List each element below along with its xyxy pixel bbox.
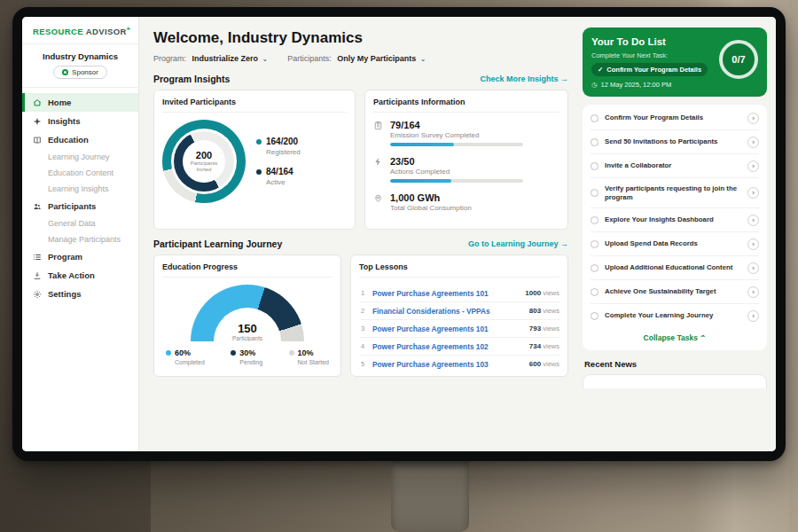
legend-item: 60% Completed [166,348,205,365]
task-row[interactable]: Upload Spend Data Records › [591,232,759,256]
chevron-right-icon[interactable]: › [747,113,759,124]
gauge-center: 150 Participants [191,322,304,341]
card-title: Education Progress [162,262,332,278]
task-checkbox[interactable] [591,264,598,272]
sponsor-badge[interactable]: Sponsor [53,66,107,79]
chevron-right-icon[interactable]: › [747,215,759,226]
task-checkbox[interactable] [591,240,598,248]
main-content: Welcome, Industry Dynamics Program: Indu… [139,17,579,451]
task-checkbox[interactable] [591,138,598,146]
collapse-tasks-link[interactable]: Collapse Tasks ⌃ [591,327,759,347]
task-label: Complete Your Learning Journey [605,311,741,320]
task-row[interactable]: Confirm Your Program Details › [591,106,759,130]
tasks-list-card: Confirm Your Program Details › Send 50 I… [583,105,767,350]
gauge-center-value: 150 [191,322,304,335]
logo-plus: + [127,26,131,32]
insights-icon [33,117,42,126]
chevron-right-icon[interactable]: › [747,286,759,298]
legend-label: Active [266,178,301,186]
task-label: Upload Spend Data Records [605,239,741,248]
task-checkbox[interactable] [591,288,598,296]
program-filter-label: Program: [153,54,186,63]
lesson-rank: 5 [359,360,366,368]
sidebar-item-insights[interactable]: Insights [22,112,138,130]
check-more-insights-link[interactable]: Check More Insights → [480,74,568,83]
progress-bar [390,143,523,146]
task-checkbox[interactable] [591,162,598,170]
lesson-rank: 4 [359,342,366,350]
task-row[interactable]: Send 50 Invitations to Participants › [591,130,759,154]
task-row[interactable]: Verify participants requesting to join t… [591,178,759,208]
sidebar: RESOURCE ADVISOR+ Industry Dynamics Spon… [22,17,139,451]
stat-value: 1,000 GWh [390,192,472,203]
lesson-link[interactable]: Power Purchase Agreements 102 [372,342,523,351]
task-label: Verify participants requesting to join t… [605,184,741,202]
legend-label: Registered [266,148,301,156]
task-checkbox[interactable] [591,114,598,122]
sidebar-item-general-data[interactable]: General Data [22,215,138,231]
chevron-right-icon[interactable]: › [747,239,759,250]
education-icon [33,136,42,145]
stat-row: 79/164 Emission Survey Completed [373,120,559,146]
legend-dot [256,169,262,175]
chevron-right-icon[interactable]: › [747,262,759,274]
lesson-row: 5 Power Purchase Agreements 103 600 view… [359,356,559,372]
task-label: Confirm Your Program Details [605,113,741,122]
stat-value: 79/164 [390,120,523,130]
lesson-rank: 1 [359,289,366,297]
task-row[interactable]: Explore Your Insights Dashboard › [591,208,759,232]
sidebar-item-home[interactable]: Home [22,93,138,112]
sidebar-item-program[interactable]: Program [22,247,138,266]
todo-panel: Your To Do List Complete Your Next Task:… [579,17,776,451]
filter-bar: Program: Industrialize Zero ⌄ Participan… [153,54,568,63]
participants-filter[interactable]: Participants: Only My Participants ⌄ [287,54,426,63]
task-row[interactable]: Achieve One Sustainability Target › [591,280,759,304]
program-filter-value[interactable]: Industrialize Zero [192,54,259,63]
sidebar-item-learning-insights[interactable]: Learning Insights [22,181,138,197]
lesson-link[interactable]: Power Purchase Agreements 103 [372,360,523,369]
sidebar-item-learning-journey[interactable]: Learning Journey [22,149,138,165]
sidebar-item-participants[interactable]: Participants [22,197,138,215]
next-task-time-label: 12 May 2025, 12:00 PM [601,81,672,89]
home-icon [33,98,42,107]
monitor-stand [391,459,469,532]
participants-filter-value[interactable]: Only My Participants [337,54,416,63]
education-progress-card: Education Progress 150 Participants 60% … [153,254,341,377]
lesson-views-label: views [541,325,559,332]
lesson-link[interactable]: Power Purchase Agreements 101 [372,325,523,333]
sidebar-item-education[interactable]: Education [22,130,138,149]
sidebar-item-manage-participants[interactable]: Manage Participants [22,231,138,247]
stat-label: Emission Survey Completed [390,131,523,139]
todo-counter-badge: 0/7 [719,40,758,79]
chevron-right-icon[interactable]: › [747,187,759,199]
participants-filter-label: Participants: [287,54,332,63]
sidebar-item-settings[interactable]: Settings [22,285,138,303]
sidebar-item-label: Program [48,252,82,262]
program-filter[interactable]: Program: Industrialize Zero ⌄ [153,54,268,63]
task-row[interactable]: Complete Your Learning Journey › [591,304,759,327]
sidebar-item-education-content[interactable]: Education Content [22,165,138,181]
task-checkbox[interactable] [591,189,598,197]
task-checkbox[interactable] [591,216,598,224]
chevron-right-icon[interactable]: › [747,160,759,172]
lesson-row: 2 Financial Considerations - VPPAs 803 v… [359,302,559,320]
chevron-right-icon[interactable]: › [747,137,759,148]
lesson-link[interactable]: Power Purchase Agreements 101 [372,289,519,298]
chevron-down-icon: ⌄ [262,55,269,63]
gauge-center-label: Participants [191,335,304,341]
next-task-pill[interactable]: ✓ Confirm Your Program Details [591,63,708,76]
lesson-views-label: views [541,289,559,297]
arrow-right-icon: → [560,74,568,83]
task-row[interactable]: Invite a Collaborator › [591,154,759,178]
program-insights-header: Program Insights Check More Insights → [153,74,568,84]
card-title: Invited Participants [162,98,347,113]
task-checkbox[interactable] [591,312,598,320]
go-to-learning-journey-link[interactable]: Go to Learning Journey → [468,239,568,248]
donut-center: 200 Participants Invited [183,140,225,183]
chevron-right-icon[interactable]: › [747,310,759,322]
lesson-views: 803 [529,307,541,315]
lesson-link[interactable]: Financial Considerations - VPPAs [372,307,523,316]
task-row[interactable]: Upload Additional Educational Content › [591,256,759,280]
sidebar-item-take-action[interactable]: Take Action [22,266,138,285]
task-label: Achieve One Sustainability Target [605,287,741,296]
